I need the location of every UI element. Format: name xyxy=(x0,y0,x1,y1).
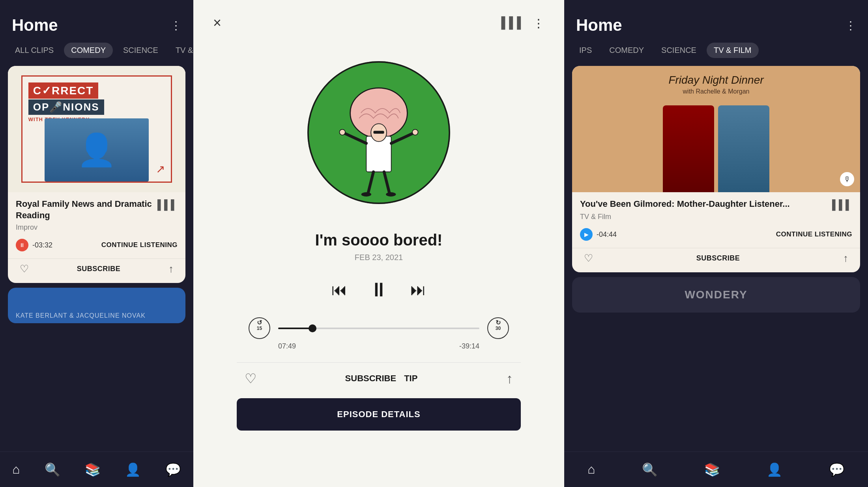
wondery-card-right[interactable]: WONDERY xyxy=(572,277,860,313)
svg-point-10 xyxy=(361,192,371,197)
card-title-row-left: Royal Family News and Dramatic Reading ▌… xyxy=(16,199,178,221)
play-button-right[interactable]: ▶ xyxy=(580,228,593,241)
player-controls: ⏮ ⏸ ⏭ xyxy=(331,274,426,305)
naked-neuroscience-logo xyxy=(304,58,454,208)
right-more-icon[interactable]: ⋮ xyxy=(845,19,856,32)
subscribe-button-left[interactable]: SUBSCRIBE xyxy=(77,265,121,273)
time-current: 07:49 xyxy=(278,342,296,350)
tab-comedy-left[interactable]: COMEDY xyxy=(64,43,113,58)
card-subtitle-left: Improv xyxy=(16,223,178,232)
scrubber-times: 07:49 -39:14 xyxy=(249,342,509,350)
skip-back-15-button[interactable]: 15 ↺ xyxy=(249,317,270,339)
heart-icon-left[interactable]: ♡ xyxy=(20,263,29,275)
scrubber-thumb[interactable] xyxy=(309,324,316,332)
nav-search-right[interactable]: 🔍 xyxy=(642,462,658,477)
nav-home-right[interactable]: ⌂ xyxy=(587,462,595,477)
episode-details-button[interactable]: EPISODE DETAILS xyxy=(237,398,521,431)
tab-comedy-right[interactable]: COMEDY xyxy=(602,43,651,58)
card-subtitle-right: TV & Film xyxy=(580,213,852,221)
card-controls-left: ⏸ -03:32 CONTINUE LISTENING xyxy=(8,235,185,255)
center-panel: × ▌▌▌ ⋮ xyxy=(193,0,564,487)
podcast-card-right: Friday Night Dinner with Rachelle & Morg… xyxy=(572,66,860,272)
continue-listening-left[interactable]: CONTINUE LISTENING xyxy=(101,241,178,249)
nav-chat-left[interactable]: 💬 xyxy=(165,462,181,477)
episode-date: FEB 23, 2021 xyxy=(355,253,403,262)
more-dots-center[interactable]: ⋮ xyxy=(533,16,544,30)
subscribe-button-center[interactable]: SUBSCRIBE xyxy=(345,373,397,384)
correct-opinions-artwork: C✓RRECT OP🎤NIONS WITH TREY KENNEDY 👤 ↗ xyxy=(8,66,185,192)
left-more-icon[interactable]: ⋮ xyxy=(170,19,181,32)
fn-text-overlay: Friday Night Dinner with Rachelle & Morg… xyxy=(580,74,852,95)
podcast-icon-right: 🎙 xyxy=(840,172,854,186)
nav-library-left[interactable]: 📚 xyxy=(85,462,101,477)
right-panel: Home ⋮ IPS COMEDY SCIENCE TV & FILM Frid… xyxy=(564,0,868,487)
bottom-nav-left: ⌂ 🔍 📚 👤 💬 xyxy=(0,451,193,487)
nav-home-left[interactable]: ⌂ xyxy=(12,462,20,477)
scrubber-track[interactable] xyxy=(278,328,479,329)
card-title-right: You've Been Gilmored: Mother-Daughter Li… xyxy=(580,199,828,210)
card-title-row-right: You've Been Gilmored: Mother-Daughter Li… xyxy=(580,199,852,210)
share-icon-right[interactable]: ↑ xyxy=(843,252,848,264)
bottom-nav-right: ⌂ 🔍 📚 👤 💬 xyxy=(564,451,868,487)
co-frame: C✓RRECT OP🎤NIONS WITH TREY KENNEDY 👤 ↗ xyxy=(21,75,172,183)
close-button[interactable]: × xyxy=(213,16,221,30)
co-title-block: C✓RRECT OP🎤NIONS WITH TREY KENNEDY xyxy=(28,82,165,122)
fn-show-subtitle: with Rachelle & Morgan xyxy=(580,88,852,95)
pause-button-left[interactable]: ⏸ xyxy=(16,239,28,251)
tab-clips-right[interactable]: IPS xyxy=(572,43,599,58)
wondery-label: WONDERY xyxy=(685,288,747,301)
fn-women-art xyxy=(663,105,769,192)
center-top-bar: × ▌▌▌ ⋮ xyxy=(193,0,564,38)
share-icon-left[interactable]: ↑ xyxy=(168,263,174,275)
waveform-icon-right: ▌▌▌ xyxy=(832,199,852,210)
center-separator xyxy=(237,362,521,363)
skip-prev-button[interactable]: ⏮ xyxy=(331,281,347,299)
card-info-right: You've Been Gilmored: Mother-Daughter Li… xyxy=(572,192,860,224)
left-filter-tabs: ALL CLIPS COMEDY SCIENCE TV & xyxy=(0,43,193,58)
heart-icon-right[interactable]: ♡ xyxy=(584,252,593,264)
skip-forward-arrow: ↻ xyxy=(496,319,501,326)
center-top-actions: ▌▌▌ ⋮ xyxy=(501,16,544,30)
card-title-left: Royal Family News and Dramatic Reading xyxy=(16,199,153,221)
co-opinions-label: OP🎤NIONS xyxy=(28,99,104,115)
podcast-card-left: C✓RRECT OP🎤NIONS WITH TREY KENNEDY 👤 ↗ R… xyxy=(8,66,185,283)
share-button-center[interactable]: ↑ xyxy=(506,371,513,386)
podcast-artwork-center xyxy=(292,46,466,219)
co-correct-label: C✓RRECT xyxy=(28,82,99,99)
scrubber-container: 15 ↺ 30 ↻ 07:49 -39:14 xyxy=(237,317,521,350)
skip-forward-30-button[interactable]: 30 ↻ xyxy=(487,317,509,339)
tip-button[interactable]: TIP xyxy=(404,373,417,384)
scrubber-fill xyxy=(278,328,312,329)
subscribe-button-right[interactable]: SUBSCRIBE xyxy=(696,254,740,262)
nav-search-left[interactable]: 🔍 xyxy=(45,462,60,477)
play-pause-button[interactable]: ⏸ xyxy=(363,274,395,305)
right-filter-tabs: IPS COMEDY SCIENCE TV & FILM xyxy=(564,43,868,58)
waveform-icon-center: ▌▌▌ xyxy=(501,17,525,29)
continue-listening-right[interactable]: CONTINUE LISTENING xyxy=(776,230,852,238)
card-info-left: Royal Family News and Dramatic Reading ▌… xyxy=(8,192,185,235)
time-remaining-right: -04:44 xyxy=(597,230,617,239)
tab-tv-film-right[interactable]: TV & FILM xyxy=(707,43,759,58)
nav-chat-right[interactable]: 💬 xyxy=(829,462,845,477)
right-title: Home xyxy=(576,16,622,35)
nav-profile-left[interactable]: 👤 xyxy=(125,462,141,477)
svg-point-7 xyxy=(412,129,418,135)
co-art: C✓RRECT OP🎤NIONS WITH TREY KENNEDY 👤 ↗ xyxy=(8,66,185,192)
tab-science-right[interactable]: SCIENCE xyxy=(654,43,703,58)
skip-next-button[interactable]: ⏭ xyxy=(410,281,426,299)
subscribe-tip-row: SUBSCRIBE TIP xyxy=(345,373,418,384)
tab-tv-left[interactable]: TV & xyxy=(168,43,193,58)
heart-button-center[interactable]: ♡ xyxy=(245,371,256,386)
nav-profile-right[interactable]: 👤 xyxy=(767,462,782,477)
woman2-figure xyxy=(718,105,769,192)
tab-science-left[interactable]: SCIENCE xyxy=(116,43,165,58)
svg-rect-12 xyxy=(373,131,384,133)
nav-library-right[interactable]: 📚 xyxy=(704,462,720,477)
skip-back-arrow: ↺ xyxy=(257,319,262,326)
tab-all-clips-left[interactable]: ALL CLIPS xyxy=(8,43,61,58)
podcast-card-partial-left[interactable]: KATE BERLANT & JACQUELINE NOVAK xyxy=(8,288,185,323)
co-person-silhouette: 👤 xyxy=(45,118,149,182)
left-panel: Home ⋮ ALL CLIPS COMEDY SCIENCE TV & C✓R… xyxy=(0,0,193,487)
fn-show-title: Friday Night Dinner xyxy=(580,74,852,86)
woman1-figure xyxy=(663,105,714,192)
